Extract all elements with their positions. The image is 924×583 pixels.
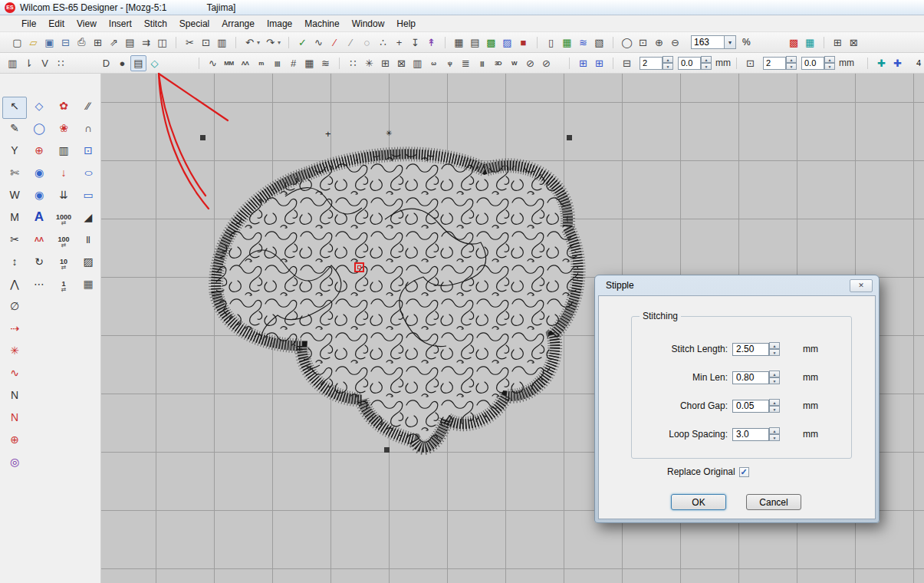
- run-stitch-icon[interactable]: ∿: [205, 55, 221, 71]
- slash-b-icon[interactable]: ⊘: [538, 55, 554, 71]
- donut-tool[interactable]: ◎: [2, 453, 27, 475]
- ellipse-tool[interactable]: ○: [76, 163, 100, 186]
- travel-tool[interactable]: ◢: [76, 208, 100, 230]
- menu-view[interactable]: View: [71, 16, 103, 31]
- select-check-icon[interactable]: ✓: [294, 35, 311, 51]
- wishbone-tool[interactable]: Y: [2, 141, 27, 163]
- dotted-run-tool[interactable]: ⋯: [27, 275, 51, 297]
- spin-up-button[interactable]: ▲: [663, 56, 673, 63]
- spin-down-button[interactable]: ▼: [824, 63, 835, 70]
- zoom-box-icon[interactable]: ⊡: [635, 35, 651, 51]
- selection-handle[interactable]: [384, 447, 390, 453]
- applique-icon[interactable]: ⊠: [393, 55, 409, 71]
- loop-spacing-input[interactable]: [732, 428, 769, 441]
- pattern-shade-icon[interactable]: ▧: [591, 35, 607, 51]
- menu-edit[interactable]: Edit: [42, 16, 71, 31]
- satin-stitch-icon[interactable]: ||||: [269, 55, 285, 71]
- tatami-fill-icon[interactable]: #: [285, 55, 301, 71]
- scale-100-tool[interactable]: 100 ⇄: [51, 230, 76, 252]
- menu-stitch[interactable]: Stitch: [138, 16, 173, 31]
- menu-help[interactable]: Help: [390, 16, 422, 31]
- pan-icon[interactable]: ✚: [873, 55, 889, 71]
- margin-input[interactable]: [763, 57, 786, 70]
- n-curve-red-tool[interactable]: Ν: [2, 408, 27, 430]
- contour-icon[interactable]: ∷: [345, 55, 361, 71]
- spin-up-button[interactable]: ▲: [769, 342, 780, 349]
- chord-gap-input[interactable]: [732, 400, 769, 413]
- menu-special[interactable]: Special: [173, 16, 215, 31]
- thread-icon[interactable]: ⇂: [21, 55, 37, 71]
- fill-circle-icon[interactable]: ●: [114, 55, 130, 71]
- slant-block-tool[interactable]: ▨: [76, 252, 100, 275]
- new-document-icon[interactable]: ▢: [9, 35, 25, 51]
- trapunto-icon[interactable]: ψ: [442, 55, 458, 71]
- program-split-icon[interactable]: ▦: [301, 55, 317, 71]
- save-all-icon[interactable]: ⊟: [58, 35, 74, 51]
- menu-arrange[interactable]: Arrange: [215, 16, 261, 31]
- pen-red-icon[interactable]: ∕: [327, 35, 343, 51]
- reshape-tool[interactable]: ◇: [27, 97, 51, 119]
- cancel-button[interactable]: Cancel: [746, 494, 801, 510]
- spin-up-button[interactable]: ▲: [769, 371, 780, 377]
- copy-icon[interactable]: ⊡: [198, 35, 214, 51]
- wrinkle-icon[interactable]: W: [506, 55, 522, 71]
- align-grid-b-icon[interactable]: ⊞: [591, 55, 607, 71]
- rotate-tool[interactable]: ↻: [27, 252, 51, 275]
- zigzag-run-tool[interactable]: ∿: [2, 364, 27, 386]
- processor-icon[interactable]: ▯: [543, 35, 559, 51]
- open-folder-icon[interactable]: ▱: [25, 35, 41, 51]
- fan-tool[interactable]: ⋀: [2, 275, 27, 297]
- spin-up-button[interactable]: ▲: [769, 427, 780, 434]
- table-icon[interactable]: ▤: [467, 35, 483, 51]
- print-preview-icon[interactable]: ⊞: [90, 35, 106, 51]
- fill-green-icon[interactable]: ▩: [483, 35, 499, 51]
- close-icon[interactable]: ✕: [850, 279, 873, 292]
- rectangle-tool[interactable]: ▭: [76, 186, 100, 208]
- export-file-icon[interactable]: ⇗: [106, 35, 122, 51]
- redo-dropdown-icon[interactable]: ▾: [275, 35, 283, 51]
- frame-icon[interactable]: ▥: [5, 55, 21, 71]
- dialog-title-bar[interactable]: Stipple ✕: [595, 275, 879, 295]
- hatch-tool[interactable]: ∕∕: [76, 97, 100, 119]
- grid-settings-icon[interactable]: ▦: [451, 35, 467, 51]
- fill-multi-icon[interactable]: ▨: [499, 35, 515, 51]
- title-bar[interactable]: ES Wilcom ES-65 Designer - [Mozg-5:1 Taj…: [0, 0, 924, 15]
- align-grid-c-icon[interactable]: ⊟: [619, 55, 635, 71]
- menu-machine[interactable]: Machine: [298, 16, 345, 31]
- output-b-icon[interactable]: ⊠: [846, 35, 862, 51]
- replace-original-checkbox[interactable]: ✓: [739, 467, 749, 477]
- menu-insert[interactable]: Insert: [103, 16, 138, 31]
- sphere-tool[interactable]: ◉: [27, 186, 51, 208]
- e-stitch-icon[interactable]: ΛΛ: [237, 55, 253, 71]
- oval-tool[interactable]: ◯: [27, 119, 51, 141]
- zigzag-tool[interactable]: W: [2, 186, 27, 208]
- add-circle-tool[interactable]: ⊕: [2, 430, 27, 453]
- stipple-center-marker[interactable]: [354, 262, 364, 272]
- pin-icon[interactable]: ↧: [407, 35, 423, 51]
- column-tool[interactable]: ▥: [51, 141, 76, 163]
- dots-select-icon[interactable]: ∴: [375, 35, 391, 51]
- flower-tool[interactable]: ❀: [51, 119, 76, 141]
- ok-button[interactable]: OK: [671, 494, 726, 510]
- pen-gray-icon[interactable]: ∕: [343, 35, 359, 51]
- design-properties-icon[interactable]: ◫: [154, 35, 170, 51]
- spin-down-button[interactable]: ▼: [769, 406, 780, 413]
- m-stitch-tool[interactable]: M: [2, 208, 27, 230]
- fill-dark-icon[interactable]: ■: [515, 35, 531, 51]
- cut-icon[interactable]: ✂: [182, 35, 198, 51]
- mirror-pair-tool[interactable]: ΛΛ: [27, 230, 51, 252]
- scatter-icon[interactable]: ∷: [53, 55, 69, 71]
- zigzag-stitch-icon[interactable]: MM: [221, 55, 237, 71]
- scale-10-tool[interactable]: 10 ⇄: [51, 252, 76, 275]
- photo-stitch-icon[interactable]: ▥: [409, 55, 426, 71]
- column-pair-tool[interactable]: ||: [76, 230, 100, 252]
- print-icon[interactable]: ⎙: [74, 35, 90, 51]
- updown-tool[interactable]: ↕: [2, 252, 27, 275]
- output-a-icon[interactable]: ⊞: [830, 35, 846, 51]
- spacing-input[interactable]: [801, 57, 824, 70]
- spin-up-button[interactable]: ▲: [824, 56, 835, 63]
- zoom-out-icon[interactable]: ⊖: [667, 35, 683, 51]
- card-reader-icon[interactable]: ▤: [122, 35, 138, 51]
- overlap-input[interactable]: [678, 57, 701, 70]
- zoom-1x-icon[interactable]: ◯: [619, 35, 635, 51]
